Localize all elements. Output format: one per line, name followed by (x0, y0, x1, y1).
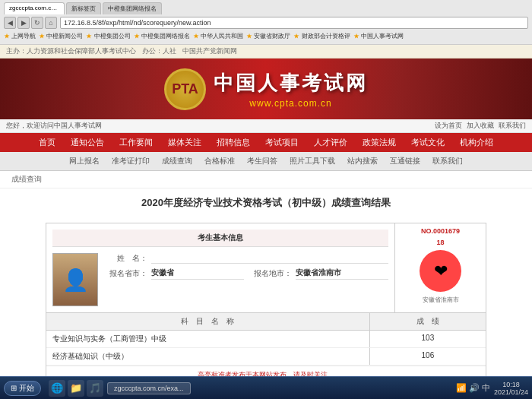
header-content: PTA 中国人事考试网 www.cpta.com.cn (0, 59, 532, 119)
region2-value: 安徽省淮南市 (296, 268, 388, 280)
sub-nav-photo[interactable]: 照片工具下载 (283, 154, 341, 169)
score-row-1: 专业知识与实务（工商管理）中级 103 (46, 331, 486, 348)
score-subject-2: 经济基础知识（中级） (46, 348, 370, 365)
nav-news[interactable]: 工作要闻 (112, 133, 160, 152)
nav-exam[interactable]: 考试项目 (258, 133, 306, 152)
admin-party: 中国共产党新闻网 (182, 46, 237, 56)
taskbar-window-browser[interactable]: zgcccpta.com.cn/exa... (107, 382, 191, 394)
taskbar: ⊞ 开始 🌐 📁 🎵 zgcccpta.com.cn/exa... 📶 🔊 中 … (0, 376, 532, 399)
region-value: 安徽省 (151, 268, 244, 280)
score-subject-1: 专业知识与实务（工商管理）中级 (46, 331, 370, 347)
scores-header: 科 目 名 称 成 绩 (46, 313, 486, 331)
main-nav: 首页 通知公告 工作要闻 媒体关注 招聘信息 考试项目 人才评价 政策法规 考试… (0, 133, 532, 152)
bookmark-2[interactable]: 中橙新闻公司 (39, 32, 83, 40)
sub-nav-standard[interactable]: 合格标准 (198, 154, 241, 169)
site-header: PTA 中国人事考试网 www.cpta.com.cn (0, 59, 532, 119)
site-title-url: www.cpta.com.cn (214, 98, 368, 109)
taskbar-icon-media[interactable]: 🎵 (87, 380, 103, 397)
scores-section: 科 目 名 称 成 绩 专业知识与实务（工商管理）中级 103 经济基础知识（中… (46, 313, 486, 366)
browser-window: zgcccpta.com.cn/examination/nd/scorequer… (0, 0, 532, 376)
score-display: 18 (436, 239, 444, 246)
taskbar-icon-ie[interactable]: 🌐 (49, 380, 65, 397)
utility-right: 设为首页 加入收藏 联系我们 (435, 121, 526, 131)
score-row-2: 经济基础知识（中级） 106 (46, 348, 486, 366)
browser-chrome: zgcccpta.com.cn/examination/nd/scorequer… (0, 0, 532, 45)
breadcrumb: 成绩查询 (0, 171, 532, 188)
site-title-block: 中国人事考试网 www.cpta.com.cn (214, 70, 368, 109)
taskbar-quick-launch: 🌐 📁 🎵 (49, 380, 103, 397)
utility-add-fav[interactable]: 加入收藏 (467, 121, 494, 131)
utility-contact[interactable]: 联系我们 (499, 121, 526, 131)
scores-header-score: 成 绩 (370, 313, 486, 330)
bookmark-3[interactable]: 中橙集团公司 (86, 32, 130, 40)
nav-policy[interactable]: 政策法规 (355, 133, 404, 152)
forward-button[interactable]: ▶ (17, 17, 30, 29)
site-logo: PTA (164, 68, 206, 110)
utility-set-home[interactable]: 设为首页 (435, 121, 462, 131)
nav-org[interactable]: 机构介绍 (452, 133, 501, 152)
sub-nav-search[interactable]: 站内搜索 (341, 154, 384, 169)
info-right: NO.0001679 18 ❤ 安徽省淮南市 (394, 223, 486, 312)
bookmark-5[interactable]: 中华人民共和国 (193, 32, 243, 40)
sub-nav-admitcard[interactable]: 准考证打印 (106, 154, 156, 169)
bookmark-6[interactable]: 安徽省财政厅 (246, 32, 290, 40)
utility-bar: 您好，欢迎访问中国人事考试网 设为首页 加入收藏 联系我们 (0, 119, 532, 133)
page-content: 主办：人力资源和社会保障部人事考试中心 办公：人社 中国共产党新闻网 PTA 中… (0, 45, 532, 376)
volume-icon: 🔊 (469, 383, 480, 393)
address-bar[interactable]: 172.16.8.5/8f/exp/html/nd/scorequery/new… (60, 17, 528, 29)
nav-culture[interactable]: 考试文化 (404, 133, 452, 152)
windows-icon: ⊞ (11, 384, 17, 392)
name-label: 姓 名： (106, 253, 147, 264)
name-row: 姓 名： (106, 253, 388, 264)
nav-notices[interactable]: 通知公告 (63, 133, 112, 152)
sub-nav-scores[interactable]: 成绩查询 (156, 154, 198, 169)
taskbar-sys-icons: 📶 🔊 中 (456, 382, 490, 394)
name-value (151, 254, 388, 264)
score-value-2: 106 (370, 348, 486, 365)
bookmark-7[interactable]: 财政部会计资格评 (293, 32, 350, 40)
nav-talent[interactable]: 人才评价 (306, 133, 355, 152)
heart-sticker: ❤ (420, 250, 461, 292)
sticker-id: NO.0001679 (421, 227, 460, 235)
candidate-photo (52, 253, 98, 306)
sub-nav-link[interactable]: 互通链接 (384, 154, 426, 169)
sub-nav-contact[interactable]: 联系我们 (426, 154, 469, 169)
score-value-1: 103 (370, 331, 486, 347)
photo-person (53, 254, 97, 306)
sub-nav-register[interactable]: 网上报名 (63, 154, 106, 169)
region2-label: 报名地市： (250, 268, 292, 279)
back-button[interactable]: ◀ (4, 17, 16, 29)
browser-addressbar: ◀ ▶ ↻ ⌂ 172.16.8.5/8f/exp/html/nd/scoreq… (4, 17, 528, 29)
nav-home[interactable]: 首页 (31, 133, 63, 152)
browser-tab-active[interactable]: zgcccpta.com.cn/examination/nd/scorequer… (4, 2, 65, 14)
bookmark-8[interactable]: 中国人事考试网 (353, 32, 404, 40)
refresh-button[interactable]: ↻ (31, 17, 43, 29)
desktop: zgcccpta.com.cn/examination/nd/scorequer… (0, 0, 532, 399)
browser-tab-2[interactable]: 新标签页 (66, 2, 101, 14)
nav-media[interactable]: 媒体关注 (160, 133, 209, 152)
bookmarks-bar: 上网导航 中橙新闻公司 中橙集团公司 中橙集团网络报名 中华人民共和国 安徽省财… (4, 30, 528, 42)
start-button[interactable]: ⊞ 开始 (4, 381, 41, 396)
scores-header-subject: 科 目 名 称 (46, 313, 370, 330)
home-button[interactable]: ⌂ (45, 17, 57, 29)
bookmark-4[interactable]: 中橙集团网络报名 (134, 32, 190, 40)
info-section: 考生基本信息 姓 名： (46, 223, 486, 313)
admin-bar: 主办：人力资源和社会保障部人事考试中心 办公：人社 中国共产党新闻网 (0, 45, 532, 59)
sub-nav: 网上报名 准考证打印 成绩查询 合格标准 考生问答 照片工具下载 站内搜索 互通… (0, 152, 532, 171)
site-title-cn: 中国人事考试网 (214, 70, 368, 97)
region2-row: 报名地市： 安徽省淮南市 (250, 268, 388, 280)
bookmark-1[interactable]: 上网导航 (4, 32, 36, 40)
taskbar-icon-explorer[interactable]: 📁 (68, 380, 84, 397)
region-row: 报名省市： 安徽省 (106, 268, 244, 280)
browser-nav-buttons: ◀ ▶ ↻ ⌂ (4, 17, 57, 29)
admin-operator: 办公：人社 (142, 46, 176, 56)
result-title: 2020年度经济专业技术资格考试（初中级）成绩查询结果 (15, 196, 517, 214)
candidate-info-title: 考生基本信息 (52, 230, 388, 247)
network-icon: 📶 (456, 383, 467, 393)
taskbar-clock: 10:18 2021/01/24 (494, 381, 528, 396)
browser-tab-3[interactable]: 中橙集团网络报名 (103, 2, 162, 14)
sub-nav-faq[interactable]: 考生问答 (241, 154, 283, 169)
utility-left: 您好，欢迎访问中国人事考试网 (6, 121, 102, 131)
nav-recruit[interactable]: 招聘信息 (209, 133, 258, 152)
taskbar-right: 📶 🔊 中 10:18 2021/01/24 (456, 381, 528, 396)
